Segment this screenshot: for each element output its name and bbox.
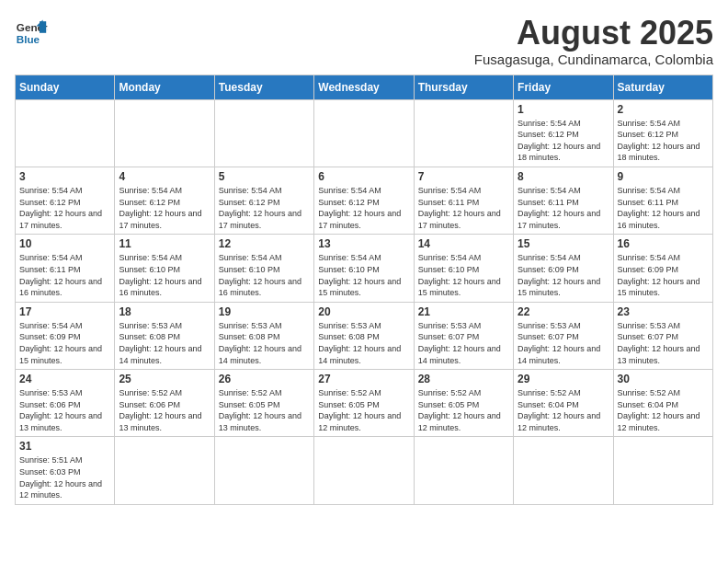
day-number: 25	[119, 373, 210, 385]
calendar-table: SundayMondayTuesdayWednesdayThursdayFrid…	[15, 75, 713, 505]
logo: General Blue	[15, 15, 48, 48]
calendar-cell: 10Sunrise: 5:54 AM Sunset: 6:11 PM Dayli…	[16, 235, 115, 302]
calendar-cell	[214, 437, 313, 504]
weekday-header-thursday: Thursday	[414, 75, 513, 99]
day-number: 23	[618, 305, 709, 318]
day-info: Sunrise: 5:54 AM Sunset: 6:12 PM Dayligh…	[119, 185, 210, 231]
calendar-cell	[613, 437, 712, 504]
calendar-cell: 25Sunrise: 5:52 AM Sunset: 6:06 PM Dayli…	[115, 370, 214, 437]
day-info: Sunrise: 5:54 AM Sunset: 6:10 PM Dayligh…	[418, 252, 509, 298]
calendar-cell: 21Sunrise: 5:53 AM Sunset: 6:07 PM Dayli…	[414, 302, 513, 369]
day-number: 7	[418, 170, 509, 183]
calendar-cell: 11Sunrise: 5:54 AM Sunset: 6:10 PM Dayli…	[115, 235, 214, 302]
calendar-week-row: 10Sunrise: 5:54 AM Sunset: 6:11 PM Dayli…	[16, 235, 713, 302]
day-number: 21	[418, 305, 509, 318]
calendar-cell: 22Sunrise: 5:53 AM Sunset: 6:07 PM Dayli…	[514, 302, 613, 369]
calendar-cell	[115, 99, 214, 167]
day-number: 11	[119, 237, 210, 250]
calendar-cell: 2Sunrise: 5:54 AM Sunset: 6:12 PM Daylig…	[613, 99, 712, 167]
day-info: Sunrise: 5:54 AM Sunset: 6:12 PM Dayligh…	[19, 185, 110, 231]
day-number: 9	[618, 170, 709, 183]
day-number: 19	[219, 305, 310, 318]
day-info: Sunrise: 5:54 AM Sunset: 6:11 PM Dayligh…	[518, 185, 609, 231]
day-info: Sunrise: 5:54 AM Sunset: 6:09 PM Dayligh…	[19, 320, 110, 366]
day-number: 18	[119, 305, 210, 318]
calendar-cell	[314, 99, 414, 167]
calendar-cell: 30Sunrise: 5:52 AM Sunset: 6:04 PM Dayli…	[613, 370, 712, 437]
calendar-cell: 17Sunrise: 5:54 AM Sunset: 6:09 PM Dayli…	[16, 302, 115, 369]
calendar-cell	[514, 437, 613, 504]
calendar-week-row: 3Sunrise: 5:54 AM Sunset: 6:12 PM Daylig…	[16, 167, 713, 234]
day-number: 5	[219, 170, 310, 183]
day-number: 8	[518, 170, 609, 183]
calendar-cell	[314, 437, 414, 504]
day-number: 24	[19, 373, 110, 385]
weekday-header-tuesday: Tuesday	[214, 75, 313, 99]
day-info: Sunrise: 5:53 AM Sunset: 6:08 PM Dayligh…	[219, 320, 310, 366]
day-info: Sunrise: 5:54 AM Sunset: 6:11 PM Dayligh…	[19, 252, 110, 298]
calendar-cell: 15Sunrise: 5:54 AM Sunset: 6:09 PM Dayli…	[514, 235, 613, 302]
calendar-cell: 28Sunrise: 5:52 AM Sunset: 6:05 PM Dayli…	[414, 370, 513, 437]
calendar-cell	[115, 437, 214, 504]
day-info: Sunrise: 5:54 AM Sunset: 6:11 PM Dayligh…	[418, 185, 509, 231]
calendar-week-row: 31Sunrise: 5:51 AM Sunset: 6:03 PM Dayli…	[16, 437, 713, 504]
day-info: Sunrise: 5:53 AM Sunset: 6:07 PM Dayligh…	[418, 320, 509, 366]
calendar-week-row: 24Sunrise: 5:53 AM Sunset: 6:06 PM Dayli…	[16, 370, 713, 437]
calendar-week-row: 1Sunrise: 5:54 AM Sunset: 6:12 PM Daylig…	[16, 99, 713, 167]
calendar-cell	[414, 437, 513, 504]
calendar-cell: 29Sunrise: 5:52 AM Sunset: 6:04 PM Dayli…	[514, 370, 613, 437]
day-info: Sunrise: 5:54 AM Sunset: 6:12 PM Dayligh…	[318, 185, 409, 231]
day-info: Sunrise: 5:54 AM Sunset: 6:10 PM Dayligh…	[219, 252, 310, 298]
day-info: Sunrise: 5:52 AM Sunset: 6:05 PM Dayligh…	[219, 387, 310, 433]
calendar-cell: 14Sunrise: 5:54 AM Sunset: 6:10 PM Dayli…	[414, 235, 513, 302]
day-info: Sunrise: 5:54 AM Sunset: 6:12 PM Dayligh…	[219, 185, 310, 231]
weekday-header-monday: Monday	[115, 75, 214, 99]
day-number: 27	[318, 373, 409, 385]
day-info: Sunrise: 5:53 AM Sunset: 6:06 PM Dayligh…	[19, 387, 110, 433]
calendar-cell: 1Sunrise: 5:54 AM Sunset: 6:12 PM Daylig…	[514, 99, 613, 167]
calendar-cell: 23Sunrise: 5:53 AM Sunset: 6:07 PM Dayli…	[613, 302, 712, 369]
calendar-cell	[214, 99, 313, 167]
day-number: 29	[518, 373, 609, 385]
weekday-header-wednesday: Wednesday	[314, 75, 414, 99]
day-info: Sunrise: 5:53 AM Sunset: 6:08 PM Dayligh…	[119, 320, 210, 366]
page-header: General Blue August 2025 Fusagasuga, Cun…	[15, 15, 713, 67]
calendar-cell: 20Sunrise: 5:53 AM Sunset: 6:08 PM Dayli…	[314, 302, 414, 369]
calendar-cell: 26Sunrise: 5:52 AM Sunset: 6:05 PM Dayli…	[214, 370, 313, 437]
calendar-cell: 31Sunrise: 5:51 AM Sunset: 6:03 PM Dayli…	[16, 437, 115, 504]
calendar-cell: 16Sunrise: 5:54 AM Sunset: 6:09 PM Dayli…	[613, 235, 712, 302]
day-number: 13	[318, 237, 409, 250]
calendar-cell: 5Sunrise: 5:54 AM Sunset: 6:12 PM Daylig…	[214, 167, 313, 234]
calendar-cell: 18Sunrise: 5:53 AM Sunset: 6:08 PM Dayli…	[115, 302, 214, 369]
weekday-header-sunday: Sunday	[16, 75, 115, 99]
calendar-cell: 27Sunrise: 5:52 AM Sunset: 6:05 PM Dayli…	[314, 370, 414, 437]
day-number: 6	[318, 170, 409, 183]
calendar-cell: 24Sunrise: 5:53 AM Sunset: 6:06 PM Dayli…	[16, 370, 115, 437]
day-number: 26	[219, 373, 310, 385]
day-info: Sunrise: 5:52 AM Sunset: 6:05 PM Dayligh…	[318, 387, 409, 433]
calendar-cell: 19Sunrise: 5:53 AM Sunset: 6:08 PM Dayli…	[214, 302, 313, 369]
day-number: 30	[618, 373, 709, 385]
weekday-header-saturday: Saturday	[613, 75, 712, 99]
weekday-header-friday: Friday	[514, 75, 613, 99]
day-info: Sunrise: 5:52 AM Sunset: 6:05 PM Dayligh…	[418, 387, 509, 433]
day-number: 14	[418, 237, 509, 250]
title-section: August 2025 Fusagasuga, Cundinamarca, Co…	[474, 15, 713, 67]
calendar-cell: 9Sunrise: 5:54 AM Sunset: 6:11 PM Daylig…	[613, 167, 712, 234]
day-info: Sunrise: 5:52 AM Sunset: 6:04 PM Dayligh…	[618, 387, 709, 433]
day-number: 16	[618, 237, 709, 250]
calendar-cell: 4Sunrise: 5:54 AM Sunset: 6:12 PM Daylig…	[115, 167, 214, 234]
calendar-cell: 7Sunrise: 5:54 AM Sunset: 6:11 PM Daylig…	[414, 167, 513, 234]
day-number: 15	[518, 237, 609, 250]
day-info: Sunrise: 5:52 AM Sunset: 6:06 PM Dayligh…	[119, 387, 210, 433]
calendar-cell	[16, 99, 115, 167]
day-number: 4	[119, 170, 210, 183]
calendar-cell: 6Sunrise: 5:54 AM Sunset: 6:12 PM Daylig…	[314, 167, 414, 234]
calendar-title: August 2025	[474, 15, 713, 52]
day-number: 22	[518, 305, 609, 318]
day-info: Sunrise: 5:54 AM Sunset: 6:11 PM Dayligh…	[618, 185, 709, 231]
day-number: 12	[219, 237, 310, 250]
calendar-cell: 8Sunrise: 5:54 AM Sunset: 6:11 PM Daylig…	[514, 167, 613, 234]
calendar-cell: 12Sunrise: 5:54 AM Sunset: 6:10 PM Dayli…	[214, 235, 313, 302]
day-info: Sunrise: 5:54 AM Sunset: 6:12 PM Dayligh…	[618, 118, 709, 164]
